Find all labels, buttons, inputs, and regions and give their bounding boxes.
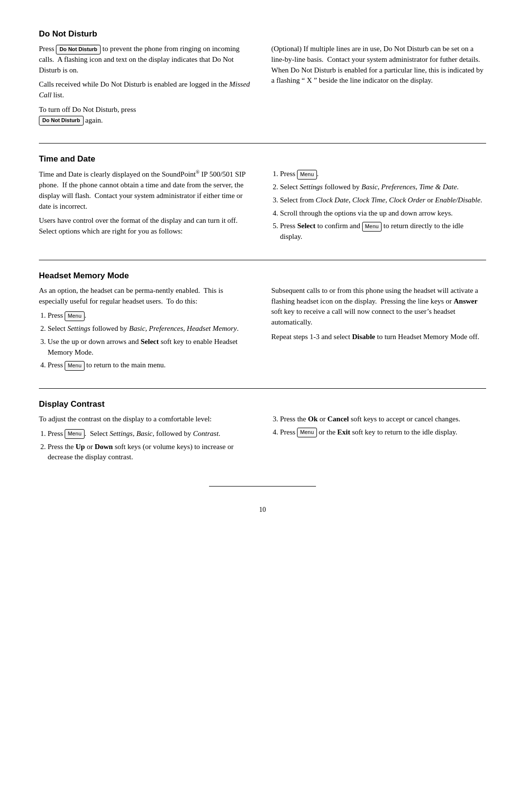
- headset-para2: Repeat steps 1-3 and select Disable to t…: [271, 332, 486, 343]
- menu-key-1: Menu: [297, 170, 316, 180]
- headset-step-1: Press Menu.: [48, 310, 254, 321]
- page-content: Do Not Disturb Press Do Not Disturb to p…: [39, 29, 486, 514]
- timedate-col-right: Press Menu. Select Settings followed by …: [271, 169, 486, 246]
- headset-intro: As an option, the headset can be perma-n…: [39, 286, 254, 307]
- contrast-step-2: Press the Up or Down soft keys (or volum…: [48, 442, 254, 463]
- contrast-col-right: Press the Ok or Cancel soft keys to acce…: [271, 414, 486, 467]
- dnd-col-left: Press Do Not Disturb to prevent the phon…: [39, 44, 254, 129]
- timedate-two-col: Time and Date is clearly displayed on th…: [39, 169, 486, 246]
- dnd-button-1: Do Not Disturb: [56, 45, 101, 54]
- divider-1: [39, 143, 486, 144]
- timedate-para2: Users have control over the format of th…: [39, 216, 254, 237]
- section-time-date: Time and Date Time and Date is clearly d…: [39, 154, 486, 246]
- headset-step-4: Press Menu to return to the main menu.: [48, 360, 254, 371]
- footer-rule: [209, 486, 316, 487]
- divider-3: [39, 388, 486, 389]
- headset-para1: Subsequent calls to or from this phone u…: [271, 286, 486, 328]
- timedate-col-left: Time and Date is clearly displayed on th…: [39, 169, 254, 246]
- dnd-para1: Press Do Not Disturb to prevent the phon…: [39, 44, 254, 75]
- section-title-dnd: Do Not Disturb: [39, 29, 486, 39]
- dnd-two-col: Press Do Not Disturb to prevent the phon…: [39, 44, 486, 129]
- section-title-headset: Headset Memory Mode: [39, 271, 486, 281]
- dnd-para3: To turn off Do Not Disturb, press Do Not…: [39, 105, 254, 126]
- menu-key-4: Menu: [65, 361, 84, 371]
- headset-step-3: Use the up or down arrows and Select sof…: [48, 337, 254, 358]
- timedate-steps: Press Menu. Select Settings followed by …: [280, 169, 486, 242]
- timedate-step-2: Select Settings followed by Basic, Prefe…: [280, 182, 486, 193]
- section-headset: Headset Memory Mode As an option, the he…: [39, 271, 486, 375]
- menu-key-5: Menu: [65, 429, 84, 439]
- timedate-step-5: Press Select to confirm and Menu to retu…: [280, 221, 486, 242]
- headset-two-col: As an option, the headset can be perma-n…: [39, 286, 486, 375]
- divider-2: [39, 260, 486, 260]
- timedate-step-4: Scroll through the options via the up an…: [280, 208, 486, 219]
- contrast-steps-left: Press Menu. Select Settings, Basic, foll…: [48, 429, 254, 463]
- headset-step-2: Select Settings followed by Basic, Prefe…: [48, 324, 254, 334]
- section-title-contrast: Display Contrast: [39, 399, 486, 409]
- section-title-timedate: Time and Date: [39, 154, 486, 164]
- contrast-step-1: Press Menu. Select Settings, Basic, foll…: [48, 429, 254, 439]
- dnd-para2: Calls received while Do Not Disturb is e…: [39, 79, 254, 101]
- contrast-col-left: To adjust the contrast on the display to…: [39, 414, 254, 467]
- timedate-step-1: Press Menu.: [280, 169, 486, 180]
- contrast-step-4: Press Menu or the Exit soft key to retur…: [280, 427, 486, 438]
- dnd-button-2: Do Not Disturb: [39, 116, 84, 126]
- dnd-col-right: (Optional) If multiple lines are in use,…: [271, 44, 486, 129]
- section-do-not-disturb: Do Not Disturb Press Do Not Disturb to p…: [39, 29, 486, 129]
- page-number: 10: [39, 506, 486, 514]
- headset-steps-left: Press Menu. Select Settings followed by …: [48, 310, 254, 371]
- timedate-step-3: Select from Clock Date, Clock Time, Cloc…: [280, 195, 486, 206]
- section-display-contrast: Display Contrast To adjust the contrast …: [39, 399, 486, 467]
- headset-col-right: Subsequent calls to or from this phone u…: [271, 286, 486, 375]
- contrast-steps-right: Press the Ok or Cancel soft keys to acce…: [280, 414, 486, 438]
- timedate-para1: Time and Date is clearly displayed on th…: [39, 169, 254, 212]
- menu-key-6: Menu: [297, 428, 316, 437]
- contrast-step-3: Press the Ok or Cancel soft keys to acce…: [280, 414, 486, 425]
- headset-col-left: As an option, the headset can be perma-n…: [39, 286, 254, 375]
- menu-key-2: Menu: [362, 222, 382, 232]
- dnd-optional-para: (Optional) If multiple lines are in use,…: [271, 44, 486, 86]
- contrast-intro: To adjust the contrast on the display to…: [39, 414, 254, 425]
- menu-key-3: Menu: [65, 311, 84, 321]
- contrast-two-col: To adjust the contrast on the display to…: [39, 414, 486, 467]
